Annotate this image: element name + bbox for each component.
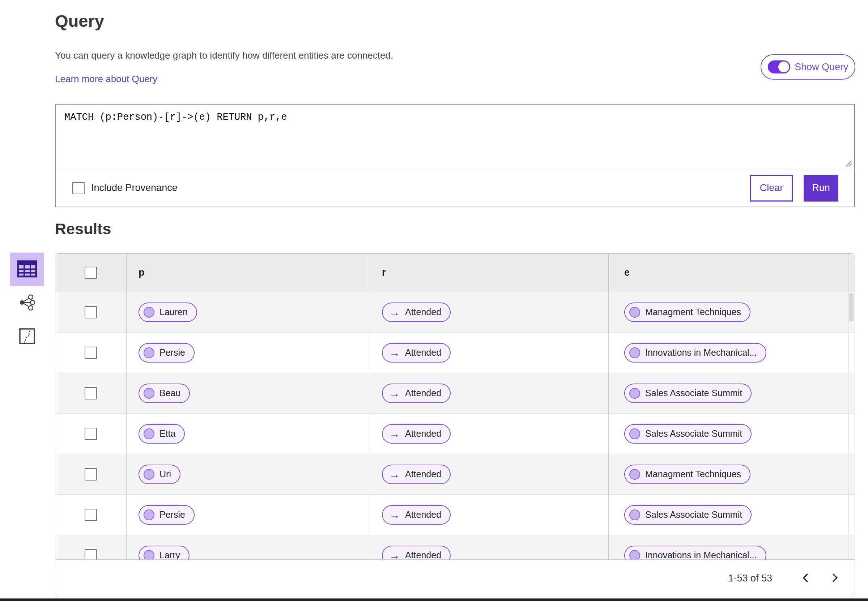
results-title: Results — [55, 220, 111, 238]
e-entity-chip[interactable]: Managment Techniques — [624, 302, 751, 322]
row-select-checkbox[interactable] — [85, 428, 97, 440]
relationship-label: Attended — [405, 388, 441, 398]
query-description: You can query a knowledge graph to ident… — [55, 50, 393, 61]
learn-more-link[interactable]: Learn more about Query — [55, 73, 157, 85]
table-row: Uri → Attended Managment Techniques — [55, 454, 854, 495]
map-view-button[interactable] — [10, 320, 44, 354]
cell-e: Innovations in Mechanical... — [609, 333, 848, 373]
chevron-right-icon — [829, 572, 840, 585]
previous-page-button[interactable] — [796, 569, 816, 588]
row-select-checkbox[interactable] — [85, 509, 97, 521]
network-view-button[interactable] — [10, 286, 44, 320]
column-header-r[interactable]: r — [368, 254, 609, 291]
r-relationship-chip[interactable]: → Attended — [382, 465, 451, 484]
include-provenance-checkbox[interactable] — [72, 182, 85, 194]
chevron-left-icon — [800, 572, 811, 585]
table-view-icon — [17, 260, 37, 279]
row-checkbox-cell — [55, 535, 126, 560]
entity-label: Uri — [160, 469, 171, 479]
select-all-checkbox[interactable] — [85, 267, 97, 279]
cell-r: → Attended — [368, 413, 609, 454]
r-relationship-chip[interactable]: → Attended — [382, 546, 451, 560]
query-input[interactable]: MATCH (p:Person)-[r]->(e) RETURN p,r,e — [56, 105, 854, 170]
table-row: Beau → Attended Sales Associate Summit — [55, 373, 854, 413]
arrow-right-icon: → — [389, 307, 400, 318]
p-entity-chip[interactable]: Larry — [139, 546, 189, 560]
map-view-icon — [18, 327, 36, 347]
header-checkbox-cell — [55, 254, 126, 291]
e-entity-chip[interactable]: Innovations in Mechanical... — [624, 343, 766, 363]
table-pagination: 1-53 of 53 — [55, 560, 854, 597]
table-row: Lauren → Attended Managment Techniques — [55, 292, 854, 333]
vertical-scrollbar-thumb[interactable] — [849, 293, 854, 322]
run-button[interactable]: Run — [804, 175, 838, 201]
query-editor-footer: Include Provenance Clear Run — [56, 169, 854, 207]
row-select-checkbox[interactable] — [85, 549, 97, 560]
next-page-button[interactable] — [825, 569, 845, 588]
row-scrollbar-cell — [848, 413, 854, 454]
cell-r: → Attended — [368, 292, 609, 332]
e-entity-chip[interactable]: Innovations in Mechanical... — [624, 546, 766, 560]
p-entity-chip[interactable]: Uri — [139, 465, 180, 484]
r-relationship-chip[interactable]: → Attended — [382, 302, 451, 322]
r-relationship-chip[interactable]: → Attended — [382, 384, 451, 403]
cell-e: Sales Associate Summit — [609, 373, 848, 413]
e-entity-chip[interactable]: Sales Associate Summit — [624, 505, 752, 525]
p-entity-chip[interactable]: Lauren — [139, 302, 197, 322]
entity-label: Managment Techniques — [645, 469, 741, 479]
table-header-row: p r e — [55, 254, 854, 292]
cell-p: Persie — [126, 333, 368, 373]
p-entity-chip[interactable]: Persie — [139, 343, 195, 363]
p-entity-chip[interactable]: Persie — [139, 505, 195, 525]
arrow-right-icon: → — [389, 429, 400, 439]
relationship-label: Attended — [405, 307, 441, 317]
entity-node-icon — [629, 388, 640, 399]
entity-label: Persie — [160, 509, 185, 520]
table-row: Larry → Attended Innovations in Mechanic… — [55, 535, 854, 560]
clear-button[interactable]: Clear — [750, 175, 793, 201]
resize-handle-icon[interactable] — [845, 159, 853, 169]
show-query-toggle-button[interactable]: Show Query — [761, 54, 855, 79]
row-scrollbar-cell — [848, 373, 854, 413]
row-select-checkbox[interactable] — [85, 306, 97, 319]
relationship-label: Attended — [405, 429, 441, 439]
entity-label: Etta — [160, 429, 175, 439]
cell-e: Sales Associate Summit — [609, 413, 848, 454]
row-select-checkbox[interactable] — [85, 387, 97, 400]
e-entity-chip[interactable]: Sales Associate Summit — [624, 424, 752, 444]
relationship-label: Attended — [405, 469, 441, 479]
e-entity-chip[interactable]: Managment Techniques — [624, 465, 751, 484]
r-relationship-chip[interactable]: → Attended — [382, 343, 451, 363]
relationship-label: Attended — [405, 347, 441, 358]
entity-label: Persie — [160, 347, 185, 358]
query-editor-panel: MATCH (p:Person)-[r]->(e) RETURN p,r,e I… — [55, 104, 855, 207]
query-page: Query You can query a knowledge graph to… — [0, 0, 868, 601]
entity-node-icon — [629, 550, 640, 560]
p-entity-chip[interactable]: Beau — [139, 384, 190, 403]
page-title: Query — [55, 11, 104, 31]
row-scrollbar-cell — [848, 495, 854, 535]
cell-e: Sales Associate Summit — [609, 495, 848, 535]
row-select-checkbox[interactable] — [85, 468, 97, 480]
column-header-e[interactable]: e — [609, 254, 848, 291]
table-view-button[interactable] — [10, 253, 44, 286]
cell-r: → Attended — [368, 495, 609, 535]
entity-label: Larry — [160, 550, 180, 560]
toggle-switch-icon[interactable] — [768, 60, 790, 73]
row-select-checkbox[interactable] — [85, 347, 97, 359]
entity-label: Managment Techniques — [645, 307, 741, 317]
arrow-right-icon: → — [389, 509, 400, 520]
e-entity-chip[interactable]: Sales Associate Summit — [624, 384, 752, 403]
network-view-icon — [18, 294, 36, 313]
r-relationship-chip[interactable]: → Attended — [382, 505, 451, 525]
entity-label: Sales Associate Summit — [645, 388, 742, 398]
column-header-p[interactable]: p — [126, 254, 368, 291]
cell-p: Persie — [126, 495, 368, 535]
entity-label: Innovations in Mechanical... — [645, 347, 757, 358]
cell-r: → Attended — [368, 333, 609, 373]
table-row: Persie → Attended Innovations in Mechani… — [55, 333, 854, 373]
entity-node-icon — [143, 388, 154, 399]
r-relationship-chip[interactable]: → Attended — [382, 424, 451, 444]
p-entity-chip[interactable]: Etta — [139, 424, 185, 444]
results-view-switcher — [10, 253, 44, 354]
